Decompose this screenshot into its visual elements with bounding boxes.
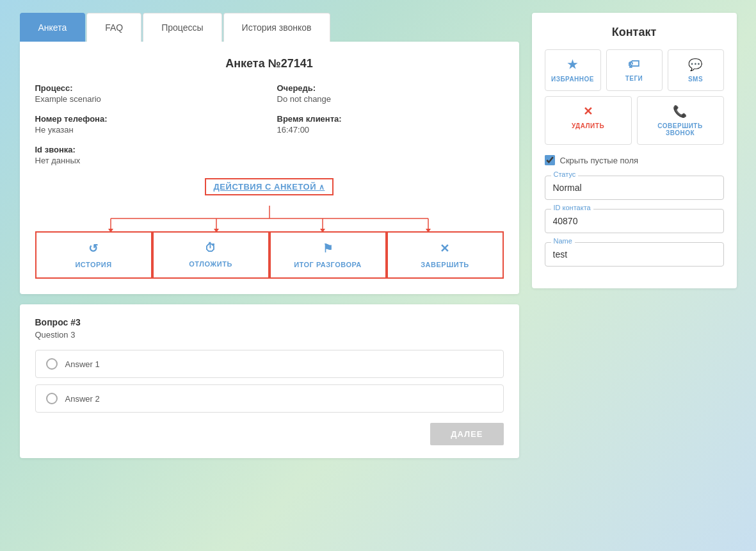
tab-anketa[interactable]: Анкета <box>20 13 86 42</box>
arrows-container <box>35 206 504 231</box>
favorites-button[interactable]: ★ ИЗБРАННОЕ <box>545 49 601 91</box>
sms-label: SMS <box>688 76 703 83</box>
question-text: Question 3 <box>35 330 504 340</box>
svg-marker-9 <box>426 229 431 231</box>
answer-1-option[interactable]: Answer 1 <box>35 350 504 378</box>
process-field: Процесс: Example scenario <box>35 83 262 104</box>
phone-value: Не указан <box>35 125 262 135</box>
finish-button[interactable]: ✕ ЗАВЕРШИТЬ <box>387 231 504 279</box>
main-layout: Анкета FAQ Процессы История звонков Анке… <box>20 13 737 458</box>
tag-icon: 🏷 <box>628 58 640 71</box>
actions-header-link[interactable]: ДЕЙСТВИЯ С АНКЕТОЙ <box>205 178 334 195</box>
result-icon: ⚑ <box>323 242 334 256</box>
queue-field: Очередь: Do not change <box>277 83 504 104</box>
answer-1-label: Answer 1 <box>65 359 100 369</box>
svg-marker-3 <box>108 229 113 231</box>
question-title: Вопрос #3 <box>35 317 504 327</box>
time-label: Время клиента: <box>277 114 504 124</box>
tab-processes[interactable]: Процессы <box>143 13 221 42</box>
action-buttons: ↺ ИСТОРИЯ ⏱ ОТЛОЖИТЬ ⚑ ИТОГ РАЗГОВОРА ✕ … <box>35 231 504 279</box>
time-field: Время клиента: 16:47:00 <box>277 114 504 135</box>
svg-marker-5 <box>214 229 219 231</box>
delete-button[interactable]: ✕ УДАЛИТЬ <box>545 96 632 145</box>
call-id-field: Id звонка: Нет данных <box>35 145 262 165</box>
phone-label: Номер телефона: <box>35 114 262 124</box>
delete-label: УДАЛИТЬ <box>572 122 604 129</box>
finish-icon: ✕ <box>440 242 450 256</box>
queue-value: Do not change <box>277 94 504 104</box>
call-id-label: Id звонка: <box>35 145 262 154</box>
phone-field: Номер телефона: Не указан <box>35 114 262 135</box>
contact-id-input[interactable] <box>545 209 724 233</box>
answer-1-radio[interactable] <box>46 358 58 370</box>
status-field-group: Статус <box>545 176 724 200</box>
tab-faq[interactable]: FAQ <box>86 13 141 42</box>
tab-call-history[interactable]: История звонков <box>223 13 330 42</box>
favorites-label: ИЗБРАННОЕ <box>551 76 594 83</box>
contact-actions-row2: ✕ УДАЛИТЬ 📞 СОВЕРШИТЬ ЗВОНОК <box>545 96 724 145</box>
tabs-bar: Анкета FAQ Процессы История звонков <box>20 13 519 42</box>
next-btn-row: ДАЛЕЕ <box>35 423 504 445</box>
contact-actions-row1: ★ ИЗБРАННОЕ 🏷 ТЕГИ 💬 SMS <box>545 49 724 91</box>
svg-marker-7 <box>320 229 325 231</box>
call-id-value: Нет данных <box>35 156 262 165</box>
anketa-title: Анкета №27141 <box>35 57 504 70</box>
name-field-group: Name <box>545 242 724 267</box>
hide-empty-row: Скрыть пустые поля <box>545 155 724 165</box>
star-icon: ★ <box>567 58 578 72</box>
call-button[interactable]: 📞 СОВЕРШИТЬ ЗВОНОК <box>637 96 724 145</box>
hide-empty-checkbox[interactable] <box>545 155 555 165</box>
phone-icon: 📞 <box>673 104 688 119</box>
left-panel: Анкета FAQ Процессы История звонков Анке… <box>20 13 519 458</box>
postpone-icon: ⏱ <box>205 242 217 255</box>
history-icon: ↺ <box>88 242 99 256</box>
question-card: Вопрос #3 Question 3 Answer 1 Answer 2 Д… <box>20 304 519 458</box>
answer-2-option[interactable]: Answer 2 <box>35 384 504 413</box>
sms-button[interactable]: 💬 SMS <box>668 49 724 91</box>
postpone-button[interactable]: ⏱ ОТЛОЖИТЬ <box>152 231 269 279</box>
next-button[interactable]: ДАЛЕЕ <box>430 423 503 445</box>
delete-icon: ✕ <box>583 104 593 119</box>
process-label: Процесс: <box>35 83 262 93</box>
process-value: Example scenario <box>35 94 262 104</box>
history-button[interactable]: ↺ ИСТОРИЯ <box>35 231 152 279</box>
tags-button[interactable]: 🏷 ТЕГИ <box>606 49 663 91</box>
name-field-label: Name <box>551 237 575 245</box>
actions-header: ДЕЙСТВИЯ С АНКЕТОЙ <box>35 178 504 195</box>
info-grid: Процесс: Example scenario Очередь: Do no… <box>35 83 504 165</box>
call-label: СОВЕРШИТЬ ЗВОНОК <box>643 122 718 136</box>
right-panel: Контакт ★ ИЗБРАННОЕ 🏷 ТЕГИ 💬 SMS <box>532 13 737 458</box>
contact-id-field-group: ID контакта <box>545 209 724 233</box>
contact-title: Контакт <box>545 26 724 39</box>
hide-empty-label[interactable]: Скрыть пустые поля <box>560 156 639 165</box>
history-label: ИСТОРИЯ <box>75 261 111 268</box>
result-button[interactable]: ⚑ ИТОГ РАЗГОВОРА <box>269 231 387 279</box>
status-field-label: Статус <box>551 170 579 178</box>
anketa-card: Анкета №27141 Процесс: Example scenario … <box>20 42 519 294</box>
contact-id-field-label: ID контакта <box>551 204 593 211</box>
name-input[interactable] <box>545 242 724 267</box>
finish-label: ЗАВЕРШИТЬ <box>421 261 469 268</box>
postpone-label: ОТЛОЖИТЬ <box>189 260 232 268</box>
time-value: 16:47:00 <box>277 125 504 135</box>
answer-2-radio[interactable] <box>46 393 58 404</box>
queue-label: Очередь: <box>277 83 504 93</box>
sms-icon: 💬 <box>688 58 703 72</box>
tags-label: ТЕГИ <box>625 75 643 82</box>
status-input[interactable] <box>545 176 724 200</box>
result-label: ИТОГ РАЗГОВОРА <box>294 261 362 268</box>
contact-card: Контакт ★ ИЗБРАННОЕ 🏷 ТЕГИ 💬 SMS <box>532 13 737 288</box>
answer-2-label: Answer 2 <box>65 394 100 404</box>
